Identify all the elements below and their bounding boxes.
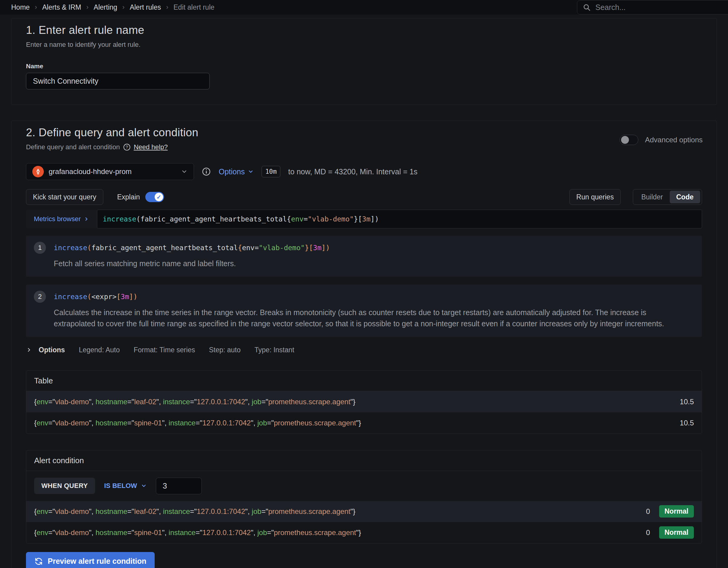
breadcrumb-item-edit-alert-rule: Edit alert rule [173, 3, 214, 11]
operator-dropdown[interactable]: IS BELOW [104, 482, 147, 490]
series-labels: {env="vlab-demo", hostname="leaf-02", in… [34, 398, 680, 406]
explain-toggle[interactable]: ✓ [145, 192, 164, 202]
series-labels: {env="vlab-demo", hostname="spine-01", i… [34, 419, 680, 427]
help-circle-icon: ? [123, 143, 131, 151]
chevron-down-icon [181, 168, 188, 175]
breadcrumb-separator: › [166, 3, 168, 11]
preview-alert-rule-condition-button[interactable]: Preview alert rule condition [26, 552, 155, 568]
kick-start-query-button[interactable]: Kick start your query [26, 189, 103, 205]
option-type: Type: Instant [255, 346, 295, 354]
prometheus-icon [32, 166, 44, 177]
alert-condition-title: Alert condition [26, 450, 702, 471]
option-legend: Legend: Auto [79, 346, 120, 354]
code-mode-button[interactable]: Code [670, 191, 701, 203]
run-queries-button[interactable]: Run queries [569, 189, 621, 205]
explain-card-1: 1 increase(fabric_agent_agent_heartbeats… [26, 236, 702, 277]
threshold-input[interactable] [156, 478, 202, 494]
breadcrumb-item-alerts-irm[interactable]: Alerts & IRM [42, 3, 81, 11]
chevron-right-icon [26, 347, 32, 353]
section1-title: 1. Enter alert rule name [26, 24, 702, 37]
state-badge: Normal [659, 526, 694, 539]
breadcrumb-separator: › [86, 3, 89, 11]
table-panel-title: Table [26, 371, 702, 391]
query-options-label: Options [219, 167, 245, 176]
operator-label: IS BELOW [104, 482, 137, 490]
time-range-summary: to now, MD = 43200, Min. Interval = 1s [288, 167, 417, 176]
section1-subtitle: Enter a name to identify your alert rule… [26, 41, 702, 49]
state-badge: Normal [659, 505, 694, 518]
top-nav-bar: Home › Alerts & IRM › Alerting › Alert r… [0, 0, 728, 15]
info-circle-icon [202, 167, 211, 176]
builder-code-switch: Builder Code [633, 189, 702, 205]
duration-badge[interactable]: 10m [262, 166, 280, 177]
datasource-row: grafanacloud-hhdev-prom Options 10m to n… [26, 163, 702, 180]
global-search-box[interactable] [577, 0, 728, 15]
query-options-dropdown[interactable]: Options [219, 167, 254, 176]
explain-expression: increase(<expr>[3m]) [54, 293, 137, 301]
options-expander[interactable]: Options [26, 346, 65, 354]
step-number-badge: 2 [34, 291, 46, 303]
explain-line: 2 increase(<expr>[3m]) [34, 291, 694, 303]
series-labels: {env="vlab-demo", hostname="leaf-02", in… [34, 507, 646, 516]
alert-condition-panel: Alert condition WHEN QUERY IS BELOW {env… [26, 450, 702, 544]
datasource-picker[interactable]: grafanacloud-hhdev-prom [26, 163, 194, 180]
breadcrumb: Home › Alerts & IRM › Alerting › Alert r… [11, 3, 214, 11]
svg-text:?: ? [126, 145, 128, 150]
series-value: 10.5 [680, 398, 694, 406]
refresh-icon [34, 557, 43, 566]
chevron-down-icon [248, 169, 254, 175]
preview-button-label: Preview alert rule condition [48, 557, 146, 566]
option-step: Step: auto [209, 346, 241, 354]
breadcrumb-item-alerting[interactable]: Alerting [94, 3, 117, 11]
series-value: 10.5 [680, 419, 694, 427]
breadcrumb-separator: › [122, 3, 124, 11]
explain-expression: increase(fabric_agent_agent_heartbeats_t… [54, 244, 330, 252]
query-options-summary-row: Options Legend: Auto Format: Time series… [26, 346, 702, 354]
option-format: Format: Time series [134, 346, 195, 354]
search-icon [583, 3, 591, 12]
table-row: {env="vlab-demo", hostname="spine-01", i… [26, 412, 702, 434]
explain-label: Explain [117, 193, 140, 201]
series-value: 0 [646, 507, 650, 516]
metrics-browser-label: Metrics browser [34, 215, 81, 223]
alert-instance-row: {env="vlab-demo", hostname="leaf-02", in… [26, 501, 702, 522]
need-help-link[interactable]: Need help? [134, 143, 168, 151]
section-define-query-and-alert-condition: 2. Define query and alert condition Adva… [11, 121, 717, 568]
query-editor-row: Metrics browser increase(fabric_agent_ag… [26, 210, 702, 228]
explain-card-2: 2 increase(<expr>[3m]) Calculates the in… [26, 285, 702, 337]
alert-instance-row: {env="vlab-demo", hostname="spine-01", i… [26, 522, 702, 543]
toggle-knob [621, 136, 629, 144]
step-number-badge: 1 [34, 242, 46, 254]
explain-toggle-group: Explain ✓ [117, 192, 164, 202]
alert-rule-name-input[interactable] [26, 73, 210, 89]
section2-title: 2. Define query and alert condition [26, 126, 702, 139]
advanced-options-label: Advanced options [645, 136, 703, 144]
section-enter-alert-rule-name: 1. Enter alert rule name Enter a name to… [11, 18, 717, 105]
section2-subtitle: Define query and alert condition [26, 143, 120, 151]
advanced-options-control: Advanced options [620, 135, 703, 145]
search-input[interactable] [595, 3, 727, 12]
section2-subtitle-row: Define query and alert condition ? Need … [26, 143, 702, 151]
when-query-chip: WHEN QUERY [34, 478, 95, 494]
datasource-name: grafanacloud-hhdev-prom [49, 167, 176, 176]
promql-code-editor[interactable]: increase(fabric_agent_agent_heartbeats_t… [97, 210, 702, 228]
explain-description: Calculates the increase in the time seri… [54, 307, 676, 330]
breadcrumb-separator: › [35, 3, 37, 11]
advanced-options-toggle[interactable] [620, 135, 638, 145]
breadcrumb-item-alert-rules[interactable]: Alert rules [130, 3, 161, 11]
toggle-knob-check: ✓ [155, 193, 163, 201]
table-results-panel: Table {env="vlab-demo", hostname="leaf-0… [26, 370, 702, 434]
explain-description: Fetch all series matching metric name an… [54, 258, 676, 269]
breadcrumb-item-home[interactable]: Home [11, 3, 30, 11]
metrics-browser-button[interactable]: Metrics browser [26, 210, 97, 228]
builder-mode-button[interactable]: Builder [635, 193, 670, 201]
explain-line: 1 increase(fabric_agent_agent_heartbeats… [34, 242, 694, 254]
promql-expression: increase(fabric_agent_agent_heartbeats_t… [103, 215, 379, 223]
series-value: 0 [646, 528, 650, 537]
options-expander-label: Options [39, 346, 65, 354]
alert-condition-builder-row: WHEN QUERY IS BELOW [26, 471, 702, 501]
table-row: {env="vlab-demo", hostname="leaf-02", in… [26, 391, 702, 412]
name-field-label: Name [26, 63, 702, 70]
series-labels: {env="vlab-demo", hostname="spine-01", i… [34, 528, 646, 537]
query-toolbar: Kick start your query Explain ✓ Run quer… [26, 189, 702, 205]
